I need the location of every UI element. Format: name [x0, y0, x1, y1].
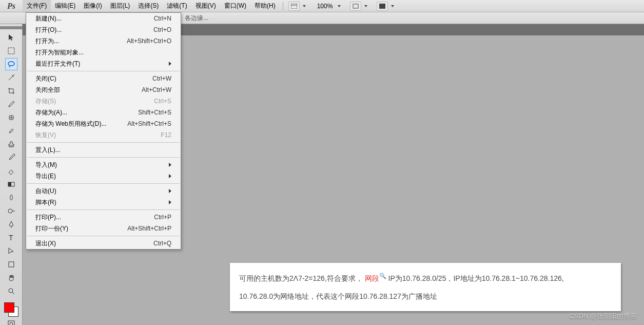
eraser-tool[interactable]: [5, 165, 17, 177]
menu-separator: [27, 236, 180, 236]
eyedropper-tool[interactable]: [5, 98, 17, 110]
submenu-arrow-icon: [169, 174, 171, 178]
menuitem-save: 存储(S)Ctrl+S: [26, 95, 181, 107]
gradient-tool[interactable]: [5, 178, 17, 190]
menuitem-scripts[interactable]: 脚本(R): [26, 197, 181, 208]
quickmask-toggle[interactable]: [5, 318, 17, 325]
svg-rect-17: [8, 182, 11, 186]
svg-rect-25: [8, 321, 14, 325]
zoom-level[interactable]: 100%: [315, 3, 335, 10]
lasso-tool[interactable]: [5, 58, 17, 70]
options-edge-label: 各边缘...: [185, 14, 208, 23]
magnifier-icon: 🔍: [379, 271, 386, 281]
menuitem-open-smart[interactable]: 打开为智能对象...: [26, 47, 181, 58]
menu-help[interactable]: 帮助(H): [250, 0, 280, 12]
menu-edit[interactable]: 编辑(E): [51, 0, 80, 12]
toolbox: T: [0, 24, 23, 325]
menu-separator: [27, 157, 180, 158]
svg-point-23: [9, 289, 13, 293]
stamp-tool[interactable]: [5, 138, 17, 150]
menuitem-open[interactable]: 打开(O)...Ctrl+O: [26, 24, 181, 35]
toolbox-grip[interactable]: [0, 26, 23, 29]
svg-point-26: [10, 322, 13, 325]
menuitem-exit[interactable]: 退出(X)Ctrl+Q: [26, 238, 181, 249]
watermark: CSDN @张朝阳的博客: [569, 312, 637, 321]
chevron-down-icon: [364, 5, 367, 7]
menuitem-import[interactable]: 导入(M): [26, 159, 181, 170]
menu-image[interactable]: 图像(I): [80, 0, 106, 12]
menuitem-save-as[interactable]: 存储为(A)...Shift+Ctrl+S: [26, 107, 181, 118]
svg-rect-22: [9, 262, 14, 267]
submenu-arrow-icon: [169, 189, 171, 193]
path-select-tool[interactable]: [5, 245, 17, 257]
brush-tool[interactable]: [5, 125, 17, 137]
ps-logo: Ps: [0, 0, 23, 12]
svg-text:T: T: [9, 234, 13, 242]
dodge-tool[interactable]: [5, 205, 17, 217]
menu-view[interactable]: 视图(V): [191, 0, 220, 12]
submenu-arrow-icon: [169, 163, 171, 167]
submenu-arrow-icon: [169, 62, 171, 66]
menuitem-close-all[interactable]: 关闭全部Alt+Ctrl+W: [26, 84, 181, 95]
pen-tool[interactable]: [5, 218, 17, 231]
chevron-down-icon: [338, 5, 341, 7]
app-window: Ps 文件(F) 编辑(E) 图像(I) 图层(L) 选择(S) 滤镜(T) 视…: [0, 0, 644, 325]
menu-separator: [27, 183, 180, 184]
menu-separator: [283, 2, 283, 11]
svg-line-24: [12, 292, 14, 294]
svg-rect-0: [291, 4, 297, 9]
menuitem-export[interactable]: 导出(E): [26, 170, 181, 182]
move-tool[interactable]: [5, 31, 17, 44]
type-tool[interactable]: T: [5, 232, 17, 244]
menuitem-close[interactable]: 关闭(C)Ctrl+W: [26, 73, 181, 84]
marquee-tool[interactable]: [5, 45, 17, 57]
svg-point-12: [13, 74, 14, 75]
blur-tool[interactable]: [5, 192, 17, 204]
chevron-down-icon: [303, 5, 306, 7]
svg-rect-2: [353, 4, 358, 8]
screen-mode[interactable]: [377, 2, 388, 11]
handtool-shortcut[interactable]: [350, 2, 361, 11]
menuitem-automate[interactable]: 自动(U): [26, 185, 181, 197]
menuitem-revert: 恢复(V)F12: [26, 129, 181, 141]
color-swatches[interactable]: [4, 302, 18, 317]
annotation-line2: 10.76.28.0为网络地址，代表这个网段10.76.28.127为广播地址: [239, 290, 612, 303]
hand-tool[interactable]: [5, 272, 17, 284]
menu-file[interactable]: 文件(F): [23, 0, 51, 12]
menuitem-save-web[interactable]: 存储为 Web所用格式(D)...Alt+Shift+Ctrl+S: [26, 118, 181, 129]
menuitem-new[interactable]: 新建(N)...Ctrl+N: [26, 13, 181, 24]
menu-filter[interactable]: 滤镜(T): [163, 0, 191, 12]
menuitem-recent[interactable]: 最近打开文件(T): [26, 58, 181, 69]
file-menu-dropdown: 新建(N)...Ctrl+N 打开(O)...Ctrl+O 打开为...Alt+…: [26, 12, 181, 250]
menu-select[interactable]: 选择(S): [134, 0, 163, 12]
menu-extras: 100%: [286, 2, 397, 11]
healing-tool[interactable]: [5, 111, 17, 124]
shape-tool[interactable]: [5, 258, 17, 271]
svg-rect-10: [8, 48, 14, 54]
menuitem-place[interactable]: 置入(L)...: [26, 144, 181, 156]
menu-layer[interactable]: 图层(L): [106, 0, 134, 12]
annotation-line1: 可用的主机数为2Λ7-2=126,符合要求， 网段🔍 IP为10.76.28.0…: [239, 271, 612, 285]
svg-rect-3: [379, 4, 385, 9]
annotation-textbox: 可用的主机数为2Λ7-2=126,符合要求， 网段🔍 IP为10.76.28.0…: [230, 263, 621, 311]
menuitem-print-one[interactable]: 打印一份(Y)Alt+Shift+Ctrl+P: [26, 223, 181, 234]
history-brush-tool[interactable]: [5, 151, 17, 164]
wand-tool[interactable]: [5, 71, 17, 84]
menuitem-browse[interactable]: 打开为...Alt+Shift+Ctrl+O: [26, 35, 181, 47]
svg-point-11: [8, 62, 14, 66]
menubar: Ps 文件(F) 编辑(E) 图像(I) 图层(L) 选择(S) 滤镜(T) 视…: [0, 0, 644, 12]
menu-separator: [27, 71, 180, 71]
workspace-button[interactable]: [288, 2, 300, 11]
svg-point-18: [8, 209, 12, 213]
chevron-down-icon: [391, 5, 394, 7]
foreground-color[interactable]: [4, 302, 14, 313]
menu-separator: [27, 209, 180, 210]
crop-tool[interactable]: [5, 85, 17, 97]
menu-window[interactable]: 窗口(W): [220, 0, 250, 12]
menu-separator: [27, 142, 180, 143]
submenu-arrow-icon: [169, 200, 171, 204]
highlight-segment: 网段: [365, 274, 379, 282]
menuitem-print[interactable]: 打印(P)...Ctrl+P: [26, 212, 181, 223]
zoom-tool[interactable]: [5, 285, 17, 297]
